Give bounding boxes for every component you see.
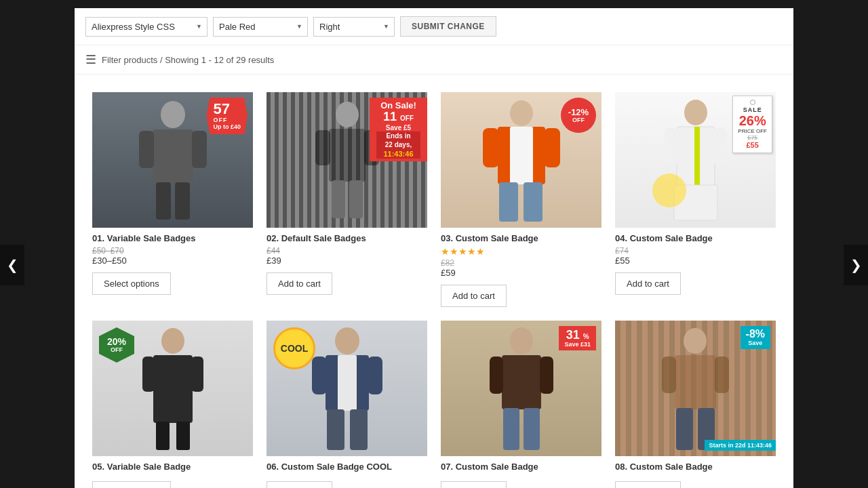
- cursor-highlight: [652, 174, 686, 207]
- product-title-1: 01. Variable Sale Badges: [92, 233, 253, 243]
- product-prices-4: £74 £55: [615, 246, 776, 266]
- product-title-3: 03. Custom Sale Badge: [441, 233, 601, 243]
- svg-point-6: [336, 102, 359, 127]
- svg-rect-37: [350, 409, 368, 450]
- add-to-cart-button-3[interactable]: Add to cart: [441, 285, 507, 307]
- filter-bar: ☰ Filter products / Showing 1 - 12 of 29…: [75, 45, 793, 75]
- align-select-wrapper: RightLeftCenter: [313, 17, 395, 37]
- align-select[interactable]: RightLeftCenter: [313, 17, 395, 37]
- badge-cool-6: COOL: [273, 327, 315, 369]
- product-title-5: 05. Variable Sale Badge: [92, 462, 253, 472]
- svg-rect-2: [139, 131, 154, 168]
- product-image-2: On Sale! 11 OFF Save £5 Ends in 22 days,…: [267, 92, 427, 228]
- svg-rect-40: [490, 357, 503, 394]
- product-image-6: COOL: [267, 321, 427, 456]
- select-options-button-5[interactable]: Select options: [92, 481, 171, 488]
- nav-arrow-left[interactable]: ❮: [0, 245, 24, 285]
- product-title-8: 08. Custom Sale Badge: [615, 462, 776, 472]
- add-to-cart-button-7[interactable]: Add to cart: [441, 481, 507, 488]
- svg-rect-39: [502, 355, 541, 409]
- svg-rect-34: [312, 357, 327, 394]
- svg-rect-15: [483, 128, 499, 167]
- svg-rect-4: [156, 182, 171, 220]
- left-chevron-icon: ❮: [7, 257, 18, 273]
- svg-rect-26: [153, 355, 193, 423]
- svg-rect-1: [153, 129, 193, 184]
- color-select-wrapper: Pale RedGreenBlueOrangePurple: [213, 17, 308, 37]
- product-title-6: 06. Custom Sale Badge COOL: [267, 462, 427, 472]
- product-card-5: 20% OFF 05. Variable Sale Badge Select o…: [85, 314, 260, 488]
- products-grid: 57 OFF Up to £40 01. Variable Sale Badge…: [75, 75, 793, 488]
- product-title-7: 07. Custom Sale Badge: [441, 462, 601, 472]
- nav-arrow-right[interactable]: ❯: [844, 245, 868, 285]
- badge-teal-8: -8% Save: [741, 326, 770, 349]
- add-to-cart-button-4[interactable]: Add to cart: [615, 272, 681, 295]
- svg-rect-22: [665, 128, 678, 165]
- product-prices-2: £44 £39: [267, 246, 427, 266]
- svg-point-44: [684, 328, 707, 354]
- product-card-8: -8% Save Starts in 22d 11:43:46 08. Cust…: [608, 314, 783, 488]
- svg-rect-14: [510, 127, 533, 184]
- add-to-cart-button-8[interactable]: Add to cart: [615, 481, 681, 488]
- submit-change-button[interactable]: SUBMIT CHANGE: [400, 16, 496, 37]
- color-select[interactable]: Pale RedGreenBlueOrangePurple: [213, 17, 308, 37]
- svg-rect-36: [327, 409, 344, 450]
- toolbar: Aliexpress Style CSSDefault StyleCustom …: [75, 8, 793, 45]
- svg-rect-33: [338, 355, 357, 411]
- svg-rect-29: [156, 422, 170, 450]
- svg-point-12: [510, 100, 533, 126]
- svg-rect-17: [499, 182, 518, 222]
- svg-rect-23: [713, 128, 727, 165]
- product-card-6: COOL 06. Custom Sale Badge COOL Add to c…: [260, 314, 434, 488]
- svg-rect-10: [332, 180, 345, 218]
- svg-point-0: [161, 101, 185, 128]
- badge-31-off-7: 31 % Save £31: [559, 326, 596, 350]
- filter-icon[interactable]: ☰: [85, 52, 96, 67]
- svg-rect-30: [176, 422, 190, 450]
- filter-text: Filter products / Showing 1 - 12 of 29 r…: [102, 55, 274, 65]
- svg-rect-48: [676, 408, 693, 450]
- add-to-cart-button-6[interactable]: Add to cart: [267, 481, 332, 488]
- svg-rect-3: [192, 131, 207, 168]
- svg-rect-43: [524, 408, 540, 450]
- badge-onsale-2: On Sale! 11 OFF Save £5 Ends in 22 days,…: [370, 98, 427, 161]
- svg-point-25: [161, 328, 184, 354]
- svg-rect-5: [175, 182, 190, 220]
- select-options-button-1[interactable]: Select options: [92, 272, 171, 295]
- svg-rect-42: [503, 408, 519, 450]
- product-image-5: 20% OFF: [92, 321, 253, 456]
- svg-rect-45: [675, 355, 716, 409]
- svg-rect-16: [544, 128, 560, 167]
- style-select[interactable]: Aliexpress Style CSSDefault StyleCustom …: [85, 17, 208, 37]
- product-stars-3: ★★★★★: [441, 246, 601, 257]
- svg-point-31: [335, 327, 359, 354]
- badge-timer-8: Starts in 22d 11:43:46: [705, 440, 776, 451]
- product-card-1: 57 OFF Up to £40 01. Variable Sale Badge…: [85, 85, 260, 314]
- product-title-4: 04. Custom Sale Badge: [615, 233, 776, 243]
- badge-12-off-3: -12% OFF: [561, 98, 596, 133]
- svg-rect-47: [715, 357, 729, 393]
- add-to-cart-button-2[interactable]: Add to cart: [267, 272, 332, 295]
- product-card-7: 31 % Save £31 07. Custom Sale Badge Add …: [434, 314, 608, 488]
- product-prices-3: £82 £59: [441, 258, 601, 278]
- svg-rect-46: [662, 357, 676, 393]
- right-chevron-icon: ❯: [850, 257, 862, 273]
- svg-point-38: [510, 327, 533, 354]
- svg-rect-35: [368, 357, 382, 394]
- svg-rect-21: [694, 127, 700, 188]
- svg-rect-27: [142, 357, 155, 392]
- product-title-2: 02. Default Sale Badges: [267, 233, 427, 243]
- badge-tag-4: SALE 26% PRICE OFF £75 £55: [732, 96, 772, 153]
- product-image-4: SALE 26% PRICE OFF £75 £55: [615, 92, 776, 228]
- svg-rect-7: [329, 129, 366, 182]
- svg-rect-18: [524, 182, 542, 222]
- product-image-1: 57 OFF Up to £40: [92, 92, 253, 228]
- style-select-wrapper: Aliexpress Style CSSDefault StyleCustom …: [85, 17, 208, 37]
- product-prices-1: £50–£70 £30–£50: [92, 246, 253, 266]
- svg-rect-8: [315, 130, 330, 165]
- product-card-4: SALE 26% PRICE OFF £75 £55 04. Custom Sa…: [608, 85, 783, 314]
- svg-rect-28: [191, 357, 203, 392]
- product-image-3: -12% OFF: [441, 92, 601, 228]
- product-image-8: -8% Save Starts in 22d 11:43:46: [615, 321, 776, 456]
- product-image-7: 31 % Save £31: [441, 321, 601, 456]
